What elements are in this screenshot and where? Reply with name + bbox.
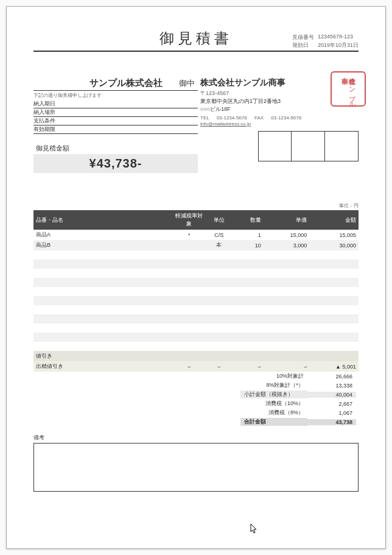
doc-date: 2019年10月31日 xyxy=(318,41,359,49)
cell-tax xyxy=(171,351,207,361)
summary-key: 消費税（8%） xyxy=(240,409,307,417)
cell-unit xyxy=(207,323,231,333)
cell-amount xyxy=(309,333,359,342)
col-price: 単価 xyxy=(264,210,309,230)
cell-name xyxy=(33,323,171,333)
summary-key: 消費税（10%） xyxy=(240,400,307,408)
cell-price xyxy=(264,278,309,287)
summary-value: 26,666 xyxy=(307,373,356,380)
cell-tax xyxy=(171,260,207,269)
issuer-contacts: TEL 03-1234-5678 FAX 03-1234-5678 xyxy=(200,115,359,121)
cell-price xyxy=(264,351,309,361)
intro-text: 下記の通り御見積申し上げます xyxy=(33,92,198,99)
term-payment: 支払条件 xyxy=(33,117,198,125)
cell-name: 商品B xyxy=(33,240,171,250)
doc-meta: 見積番号12345678-123 発効日2019年10月31日 xyxy=(292,34,359,49)
cell-unit xyxy=(207,342,231,351)
term-delivery-date: 納入期日 xyxy=(33,100,198,108)
table-row xyxy=(33,260,359,269)
cell-price xyxy=(264,250,309,260)
issuer-block: 株式会社サンプル商事 〒123-4567 東京都中央区丸の内1丁目2番地3 ○○… xyxy=(200,77,359,177)
cell-amount xyxy=(309,342,359,351)
cell-amount xyxy=(309,250,359,260)
notes-label: 備考 xyxy=(33,434,359,442)
table-row xyxy=(33,269,359,278)
summary-value: 2,667 xyxy=(307,401,356,407)
cell-price xyxy=(264,269,309,278)
cell-amount: 15,005 xyxy=(309,230,359,240)
approval-stamp-boxes xyxy=(258,131,359,161)
table-row xyxy=(33,333,359,342)
table-row xyxy=(33,314,359,323)
parties: サンプル株式会社 御中 下記の通り御見積申し上げます 納入期日 納入場所 支払条… xyxy=(33,77,359,177)
summary-row: 合計金額43,738 xyxy=(33,417,359,426)
cell-tax xyxy=(171,269,207,278)
summary-key: 小計金額（税抜き） xyxy=(240,391,307,398)
cell-amount xyxy=(309,269,359,278)
summary-value: 1,067 xyxy=(307,410,356,416)
summary-key: 10%対象計 xyxy=(240,372,307,380)
cell-name xyxy=(33,250,171,260)
fax: 03-1234-5678 xyxy=(271,115,301,121)
cell-unit xyxy=(207,269,231,278)
total-amount-row: ¥43,738- xyxy=(33,154,198,173)
cell-tax xyxy=(171,278,207,287)
cell-unit: – xyxy=(207,361,231,372)
cell-amount xyxy=(309,305,359,314)
cell-tax xyxy=(171,240,207,250)
table-row xyxy=(33,278,359,287)
cell-price: 3,000 xyxy=(264,240,309,250)
col-qty: 数量 xyxy=(231,210,264,230)
table-row: 商品A*C/S115,00015,005 xyxy=(33,230,359,240)
cell-name xyxy=(33,333,171,342)
table-header-row: 品番・品名 軽減税率対象 単位 数量 単価 金額 xyxy=(33,210,359,230)
cell-qty xyxy=(231,250,264,260)
cell-unit xyxy=(207,260,231,269)
issuer-email: info@mailaddress.co.jp xyxy=(200,121,359,127)
cell-unit xyxy=(207,296,231,305)
doc-date-label: 発効日 xyxy=(292,41,318,49)
cell-qty xyxy=(231,351,264,361)
cell-qty xyxy=(231,260,264,269)
cell-price xyxy=(264,305,309,314)
table-row xyxy=(33,323,359,333)
cell-qty: 1 xyxy=(231,230,264,240)
cell-amount xyxy=(309,296,359,305)
cell-name: 商品A xyxy=(33,230,171,240)
cell-unit xyxy=(207,250,231,260)
client-honorific: 御中 xyxy=(176,78,198,89)
total-block: 御見積金額 ¥43,738- xyxy=(33,143,198,173)
term-delivery-place: 納入場所 xyxy=(33,108,198,117)
table-row xyxy=(33,250,359,260)
table-row xyxy=(33,287,359,296)
shipping-row: 出精値引き––––▲ 5,001 xyxy=(33,361,359,372)
discount-row: 値引き xyxy=(33,351,359,361)
cell-price xyxy=(264,287,309,296)
cell-qty xyxy=(231,333,264,342)
cell-price xyxy=(264,342,309,351)
cell-amount xyxy=(309,323,359,333)
cell-amount: 30,000 xyxy=(309,240,359,250)
cell-qty xyxy=(231,323,264,333)
summary: 10%対象計26,6668%対象計（*）13,338小計金額（税抜き）40,00… xyxy=(33,372,359,426)
cell-name: 出精値引き xyxy=(33,361,171,372)
items-table: 品番・品名 軽減税率対象 単位 数量 単価 金額 商品A*C/S115,0001… xyxy=(33,210,359,372)
cell-qty xyxy=(231,278,264,287)
cell-amount xyxy=(309,278,359,287)
doc-number-label: 見積番号 xyxy=(292,34,318,41)
cell-price xyxy=(264,333,309,342)
header: 御見積書 見積番号12345678-123 発効日2019年10月31日 xyxy=(33,29,359,52)
col-amount: 金額 xyxy=(309,210,359,230)
cell-name xyxy=(33,305,171,314)
cell-amount xyxy=(309,287,359,296)
table-row xyxy=(33,342,359,351)
cell-unit: 本 xyxy=(207,240,231,250)
cell-unit xyxy=(207,351,231,361)
cell-tax: – xyxy=(171,361,207,372)
stamp-box xyxy=(258,131,292,161)
cell-unit xyxy=(207,305,231,314)
table-row: 商品B本103,00030,000 xyxy=(33,240,359,250)
tel-label: TEL xyxy=(200,115,209,121)
cell-tax xyxy=(171,333,207,342)
stamp-box xyxy=(292,131,325,161)
